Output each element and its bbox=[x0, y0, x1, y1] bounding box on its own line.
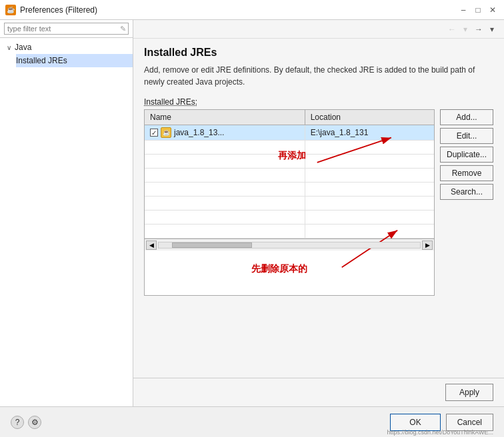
title-bar: ☕ Preferences (Filtered) – □ ✕ bbox=[0, 0, 504, 20]
jre-checkbox[interactable] bbox=[150, 129, 158, 137]
jre-icon: ☕ bbox=[161, 127, 171, 138]
right-nav: ← ▾ → ▾ bbox=[133, 20, 504, 39]
col-header-location: Location bbox=[305, 110, 434, 125]
filter-input-wrap: ✎ bbox=[0, 20, 133, 38]
dialog-bottom: ? ⚙ OK Cancel https://blog.csdn.net/DoYo… bbox=[0, 406, 504, 437]
close-button[interactable]: ✕ bbox=[487, 4, 499, 16]
table-row[interactable]: ☕ java_1.8_13... E:\java_1.8_131 bbox=[145, 125, 434, 141]
table-row-empty-3 bbox=[145, 169, 434, 183]
nav-forward-button[interactable]: → bbox=[472, 23, 485, 36]
table-cell-name: ☕ java_1.8_13... bbox=[145, 125, 305, 141]
bottom-left-icons: ? ⚙ bbox=[11, 416, 41, 429]
tree-area: ∨ Java Installed JREs bbox=[0, 38, 133, 406]
table-row-empty-2 bbox=[145, 155, 434, 169]
section-description: Add, remove or edit JRE definitions. By … bbox=[144, 64, 493, 88]
right-bottom: Apply bbox=[133, 378, 504, 406]
tree-java-label: Java bbox=[15, 43, 31, 52]
window-title: Preferences (Filtered) bbox=[20, 5, 457, 15]
tree-children: Installed JREs bbox=[0, 54, 133, 67]
filter-clear-icon[interactable]: ✎ bbox=[120, 25, 126, 33]
tree-item-java[interactable]: ∨ Java bbox=[0, 41, 133, 54]
app-icon: ☕ bbox=[5, 5, 16, 15]
apply-button[interactable]: Apply bbox=[445, 384, 493, 401]
table-hscroll[interactable]: ◀ ▶ bbox=[145, 238, 434, 250]
table-row-empty-7 bbox=[145, 224, 434, 238]
jre-name-text: java_1.8_13... bbox=[174, 128, 224, 137]
search-button[interactable]: Search... bbox=[440, 184, 493, 200]
remove-button[interactable]: Remove bbox=[440, 165, 493, 181]
edit-button[interactable]: Edit... bbox=[440, 128, 493, 144]
annotation-remove-text: 先删除原本的 bbox=[251, 263, 307, 275]
table-row-empty-5 bbox=[145, 197, 434, 211]
table-cell-location: E:\java_1.8_131 bbox=[305, 125, 434, 141]
cancel-button[interactable]: Cancel bbox=[446, 414, 493, 431]
duplicate-button[interactable]: Duplicate... bbox=[440, 147, 493, 163]
tree-item-installed-jres[interactable]: Installed JREs bbox=[16, 54, 133, 67]
table-and-buttons: Name Location ☕ java_1.8_13... bbox=[144, 109, 493, 296]
nav-forward-disabled: ▾ bbox=[459, 23, 472, 36]
section-title: Installed JREs bbox=[144, 47, 493, 59]
col-header-name: Name bbox=[145, 110, 305, 125]
settings-icon[interactable]: ⚙ bbox=[28, 416, 41, 429]
nav-dropdown-button[interactable]: ▾ bbox=[485, 23, 499, 36]
table-row-empty-1 bbox=[145, 141, 434, 155]
filter-input[interactable] bbox=[4, 23, 129, 35]
hscroll-thumb[interactable] bbox=[172, 242, 252, 248]
right-main: Installed JREs Add, remove or edit JRE d… bbox=[133, 39, 504, 378]
main-content: ✎ ∨ Java Installed JREs ← ▾ → ▾ Installe… bbox=[0, 20, 504, 406]
table-row-empty-6 bbox=[145, 211, 434, 224]
jre-table: Name Location ☕ java_1.8_13... bbox=[145, 110, 434, 238]
nav-back-button[interactable]: ← bbox=[445, 23, 459, 36]
side-buttons: Add... Edit... Duplicate... Remove Searc… bbox=[440, 109, 493, 200]
minimize-button[interactable]: – bbox=[457, 4, 469, 16]
maximize-button[interactable]: □ bbox=[472, 4, 484, 16]
window-controls: – □ ✕ bbox=[457, 4, 499, 16]
ok-button[interactable]: OK bbox=[390, 414, 440, 431]
jre-table-wrap: Name Location ☕ java_1.8_13... bbox=[144, 109, 435, 296]
installed-jres-label: Installed JREs: bbox=[144, 97, 493, 107]
right-panel: ← ▾ → ▾ Installed JREs Add, remove or ed… bbox=[133, 20, 504, 406]
tree-installed-jres-label: Installed JREs bbox=[16, 56, 67, 65]
hscroll-right-button[interactable]: ▶ bbox=[422, 240, 433, 250]
left-panel: ✎ ∨ Java Installed JREs bbox=[0, 20, 133, 406]
csdn-link: https://blog.csdn.net/DoYouThinkAWE... bbox=[387, 429, 493, 436]
help-icon[interactable]: ? bbox=[11, 416, 24, 429]
table-row-empty-4 bbox=[145, 183, 434, 197]
tree-arrow-java: ∨ bbox=[5, 44, 12, 51]
add-button[interactable]: Add... bbox=[440, 109, 493, 125]
hscroll-left-button[interactable]: ◀ bbox=[146, 240, 157, 250]
hscroll-track[interactable] bbox=[158, 242, 421, 248]
